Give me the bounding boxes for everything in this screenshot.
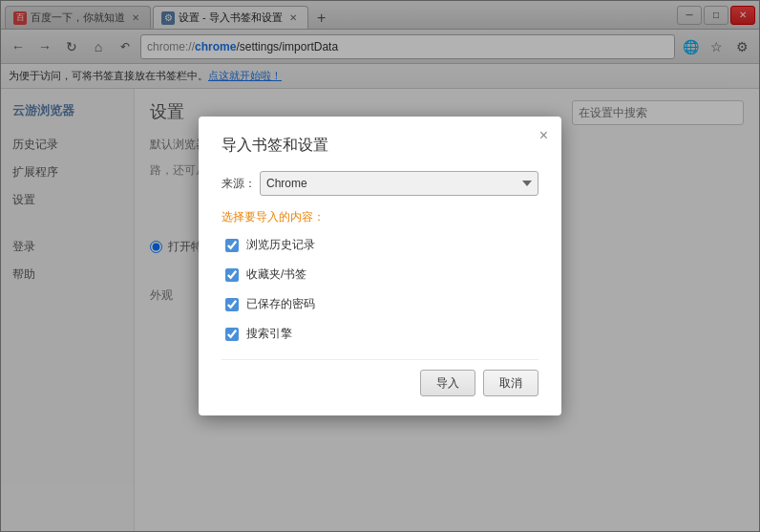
checkbox-history: 浏览历史记录: [222, 237, 538, 253]
checkboxes-label: 选择要导入的内容：: [222, 209, 538, 225]
dialog-close-button[interactable]: ×: [539, 128, 548, 143]
checkbox-search-engines-label: 搜索引擎: [246, 326, 292, 342]
source-row: 来源： Chrome Firefox Internet Explorer Saf…: [222, 171, 538, 196]
cancel-button[interactable]: 取消: [483, 370, 538, 396]
source-label: 来源：: [222, 176, 260, 192]
checkbox-passwords-label: 已保存的密码: [246, 296, 315, 312]
checkbox-passwords-input[interactable]: [225, 298, 239, 311]
checkbox-history-label: 浏览历史记录: [246, 237, 315, 253]
dialog-title: 导入书签和设置: [222, 136, 538, 156]
import-button[interactable]: 导入: [420, 370, 475, 396]
checkbox-passwords: 已保存的密码: [222, 296, 538, 312]
dialog-overlay: 导入书签和设置 × 来源： Chrome Firefox Internet Ex…: [0, 0, 760, 532]
checkbox-search-engines: 搜索引擎: [222, 326, 538, 342]
dialog-footer: 导入 取消: [222, 359, 538, 396]
checkbox-bookmarks-label: 收藏夹/书签: [246, 266, 306, 283]
checkbox-search-engines-input[interactable]: [225, 328, 239, 341]
import-dialog: 导入书签和设置 × 来源： Chrome Firefox Internet Ex…: [199, 117, 561, 415]
source-select[interactable]: Chrome Firefox Internet Explorer Safari: [260, 171, 538, 196]
checkbox-bookmarks-input[interactable]: [225, 268, 239, 282]
checkbox-history-input[interactable]: [225, 239, 239, 252]
checkbox-bookmarks: 收藏夹/书签: [222, 266, 538, 283]
